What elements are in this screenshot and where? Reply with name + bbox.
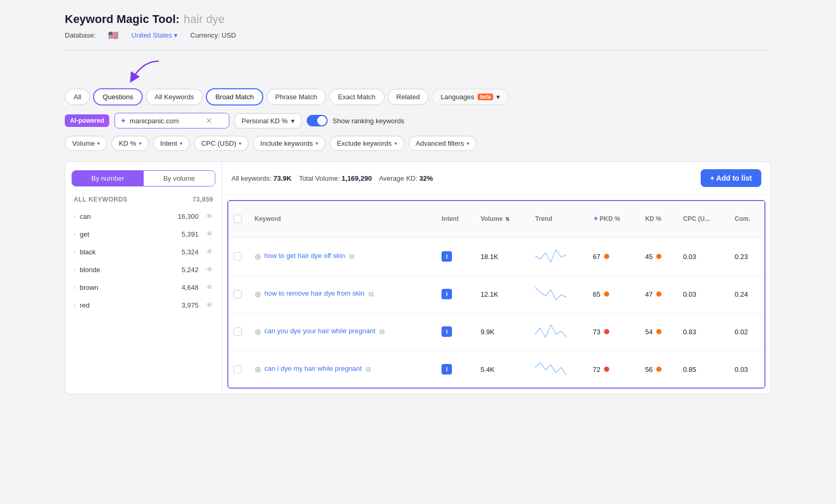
stats-avg-kd-value: 32%: [419, 174, 433, 182]
expand-icon[interactable]: ⊕: [254, 365, 261, 374]
keyword-link-0[interactable]: how to get hair dye off skin: [264, 252, 345, 260]
td-cpc-3: 0.85: [677, 350, 728, 388]
personal-kd-dropdown[interactable]: Personal KD % ▾: [235, 113, 301, 128]
db-label: Database:: [65, 31, 96, 39]
ranking-keywords-toggle[interactable]: [307, 115, 328, 126]
row-checkbox-1[interactable]: [234, 290, 242, 298]
clear-icon[interactable]: ✕: [206, 116, 212, 125]
stats-all-keywords-label: All keywords:: [231, 174, 272, 182]
eye-icon[interactable]: 👁: [206, 283, 213, 291]
serp-icon[interactable]: ▤: [366, 366, 371, 372]
eye-icon[interactable]: 👁: [206, 248, 213, 256]
th-checkbox: [227, 200, 248, 238]
td-checkbox: [227, 275, 248, 313]
sidebar-header-col1: All keywords: [74, 196, 127, 203]
table-row: ⊕ how to get hair dye off skin ▤ I 18.1K…: [227, 238, 765, 275]
annotation-arrow: [117, 58, 169, 85]
expand-icon[interactable]: ⊕: [254, 327, 261, 337]
td-intent-1: I: [435, 275, 474, 313]
eye-icon[interactable]: 👁: [206, 212, 213, 220]
table-header-bar: All keywords: 73.9K Total Volume: 1,169,…: [222, 162, 771, 195]
serp-icon[interactable]: ▤: [379, 328, 385, 335]
filter-intent[interactable]: Intent ▾: [153, 136, 190, 151]
filter-include[interactable]: Include keywords ▾: [253, 136, 325, 151]
filter-exclude[interactable]: Exclude keywords ▾: [330, 136, 404, 151]
filter-advanced[interactable]: Advanced filters ▾: [409, 136, 477, 151]
expand-icon[interactable]: ⊕: [254, 289, 261, 299]
sidebar-item-can[interactable]: › can 16,300 👁: [65, 207, 222, 225]
kd-caret[interactable]: ▾: [291, 117, 295, 125]
sidebar-item-black[interactable]: › black 5,324 👁: [65, 243, 222, 261]
keyword-link-2[interactable]: can you dye your hair while pregnant: [264, 327, 375, 335]
db-country-link[interactable]: United States ▾: [131, 31, 178, 39]
th-pkd: ✦ PKD %: [587, 200, 639, 238]
td-checkbox: [227, 313, 248, 350]
td-volume-2: 9.9K: [474, 313, 529, 350]
filter-include-caret: ▾: [316, 140, 318, 146]
filter-advanced-caret: ▾: [467, 140, 469, 146]
sidebar-item-get[interactable]: › get 5,391 👁: [65, 225, 222, 243]
serp-icon[interactable]: ▤: [349, 253, 354, 260]
sidebar-tab-by-number[interactable]: By number: [72, 171, 144, 186]
filter-cpc[interactable]: CPC (USD) ▾: [194, 136, 249, 151]
pkd-dot-3: [604, 367, 609, 372]
filter-cpc-label: CPC (USD): [201, 139, 236, 147]
th-volume[interactable]: Volume ⇅: [474, 200, 529, 238]
filter-volume[interactable]: Volume ▾: [65, 136, 107, 151]
sidebar-scrollable[interactable]: › can 16,300 👁 › get 5,391 👁 › black 5,3…: [65, 207, 222, 314]
beta-badge: beta: [478, 93, 494, 100]
td-pkd-3: 72: [587, 350, 639, 388]
db-country-name: United States: [131, 31, 172, 39]
row-checkbox-0[interactable]: [234, 252, 242, 261]
sidebar-item-red[interactable]: › red 3,975 👁: [65, 296, 222, 314]
db-dropdown-icon[interactable]: ▾: [174, 31, 178, 39]
filter-row: Volume ▾ KD % ▾ Intent ▾ CPC (USD) ▾ Inc…: [65, 136, 771, 151]
keyword-link-3[interactable]: can i dye my hair while pregnant: [264, 365, 362, 372]
stats-all-keywords-value: 73.9K: [273, 174, 292, 182]
stats-total-volume-value: 1,169,290: [342, 174, 372, 182]
tab-all-keywords[interactable]: All Keywords: [146, 89, 203, 105]
tab-broad-match[interactable]: Broad Match: [206, 88, 263, 106]
table-selection-container: Keyword Intent Volume ⇅ Trend ✦ PKD %: [227, 200, 765, 389]
sidebar-item-brown[interactable]: › brown 4,648 👁: [65, 278, 222, 296]
eye-icon[interactable]: 👁: [206, 265, 213, 274]
eye-icon[interactable]: 👁: [206, 301, 213, 309]
main-content: By number By volume All keywords 73,859 …: [65, 161, 771, 394]
divider: [65, 50, 771, 50]
td-com-2: 0.02: [728, 313, 765, 350]
select-all-checkbox[interactable]: [234, 215, 242, 223]
tab-exact-match[interactable]: Exact Match: [329, 89, 385, 105]
filter-kd[interactable]: KD % ▾: [111, 136, 148, 151]
sidebar-tab-by-volume[interactable]: By volume: [144, 171, 215, 186]
chevron-icon: ›: [74, 284, 76, 290]
sidebar-item-blonde[interactable]: › blonde 5,242 👁: [65, 261, 222, 278]
row-checkbox-3[interactable]: [234, 365, 242, 373]
filter-include-label: Include keywords: [260, 139, 312, 147]
data-table: Keyword Intent Volume ⇅ Trend ✦ PKD %: [227, 200, 765, 389]
currency-label: Currency: USD: [190, 31, 236, 39]
pkd-sparkle-icon: ✦: [593, 215, 598, 222]
tab-related[interactable]: Related: [388, 89, 429, 105]
intent-badge-2: I: [442, 326, 452, 337]
tab-languages[interactable]: Languages beta ▾: [432, 89, 509, 105]
serp-icon[interactable]: ▤: [368, 290, 374, 297]
search-input-wrap: ✦ ✕: [114, 113, 229, 128]
row-checkbox-2[interactable]: [234, 327, 242, 336]
intent-badge-3: I: [442, 364, 452, 374]
sort-icon: ⇅: [505, 216, 509, 222]
domain-input[interactable]: [130, 117, 203, 125]
add-to-list-button[interactable]: + Add to list: [701, 169, 761, 187]
tab-questions[interactable]: Questions: [93, 88, 143, 106]
keyword-link-1[interactable]: how to remove hair dye from skin: [264, 289, 364, 297]
expand-icon[interactable]: ⊕: [254, 252, 261, 262]
tab-all[interactable]: All: [65, 89, 90, 105]
languages-caret[interactable]: ▾: [496, 93, 500, 101]
td-volume-1: 12.1K: [474, 275, 529, 313]
table-row: ⊕ how to remove hair dye from skin ▤ I 1…: [227, 275, 765, 313]
eye-icon[interactable]: 👁: [206, 230, 213, 238]
title-query: hair dye: [184, 13, 225, 26]
filter-volume-caret: ▾: [97, 140, 100, 146]
tab-phrase-match[interactable]: Phrase Match: [266, 89, 326, 105]
th-cpc: CPC (U...: [677, 200, 728, 238]
th-keyword: Keyword: [248, 200, 435, 238]
